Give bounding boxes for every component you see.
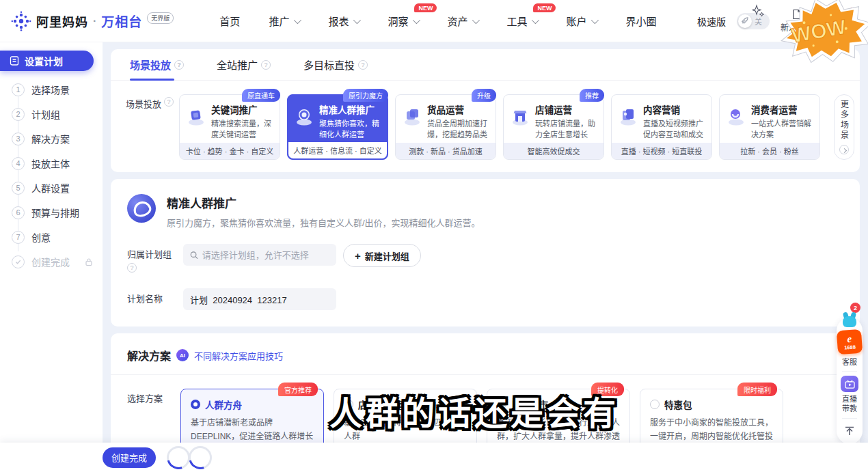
scene-card-audience[interactable]: 原引力魔方 精准人群推广聚焦猜你喜欢，精细化人群运营 人群运营 · 信息流 · … [287,94,388,160]
scene-card-content[interactable]: 内容营销直播及短视频推广促内容互动和成交 直播 · 短视频 · 短直联投 [611,94,712,160]
message-center-button[interactable]: 消息中心 [824,9,857,33]
scene-panel: 场景投放? 全站推广? 多目标直投? 场景投放? 原直通车 关键词推广精准搜索流… [111,49,860,172]
plan-group-input[interactable] [202,250,329,260]
nav-item-promotion[interactable]: 推广 [254,8,314,33]
video-subtitle-overlay: 人群的话还是会有 [329,387,619,434]
rocket-icon [741,17,748,25]
divider [842,418,857,419]
chevron-down-icon [353,16,361,23]
mail-icon [835,9,846,20]
step-solution[interactable]: 3解决方案 [12,131,103,146]
brand-separator: · [93,15,96,27]
solution-tips-link[interactable]: 不同解决方案应用技巧 [194,349,283,362]
tab-sitewide[interactable]: 全站推广? [217,49,271,80]
live-teaching-label[interactable]: 直播带教 [841,394,858,414]
navbar-right: 极速版 关 新人手册 消息中心 [697,9,857,33]
limited-benefit-badge: 限时福利 [737,383,777,396]
step-complete: 创建完成 [12,254,103,269]
help-icon[interactable]: ? [261,60,271,70]
nav-item-assets[interactable]: 资产 [433,8,492,33]
brand-name: 阿里妈妈 [36,12,88,30]
scene-icon [293,105,315,127]
nav-item-tools[interactable]: 工具NEW [492,8,552,33]
scene-card-goods[interactable]: 升级 货品运营货品全周期加速打爆，挖掘趋势品类 测款 · 新品 · 货品加速 [395,94,496,160]
step-budget[interactable]: 6预算与排期 [12,205,103,220]
plan-name-input[interactable] [190,294,329,305]
scene-tags: 拉新 · 会员 · 粉丝 [720,143,819,159]
floating-helper-bar: 2 e 1688 客服 直播带教 [837,318,863,444]
plan-group-label: 归属计划组 ? [127,244,183,273]
newbie-manual-button[interactable]: 新人手册 [781,9,813,33]
step-audience[interactable]: 5人群设置 [12,180,103,195]
message-count-badge: 2 [850,303,860,313]
more-scenes-button[interactable]: 更多场景 [834,94,854,160]
bottom-action-bar: 创建完成 [0,443,868,472]
lock-icon [85,258,93,266]
alimama-logo-icon [11,11,31,31]
live-teaching-button[interactable] [841,376,858,392]
help-icon[interactable]: ? [358,60,368,70]
plan-name-box[interactable] [183,288,336,310]
help-icon[interactable]: ? [164,97,174,107]
ai-icon: AI [176,349,189,361]
scene-badge: 原直通车 [242,89,280,102]
help-icon[interactable]: ? [127,263,137,273]
scene-card-keyword[interactable]: 原直通车 关键词推广精准搜索流量，深度关键词运营 卡位 · 趋势 · 金卡 · … [179,94,280,160]
scene-icon [401,105,423,127]
chevron-down-icon [413,16,420,23]
search-icon [190,251,198,260]
toggle-knob [738,14,752,28]
new-plan-group-button[interactable]: + 新建计划组 [343,244,421,267]
sidebar-header-setup-plan[interactable]: 设置计划 [0,51,94,71]
arrow-up-icon [844,426,855,436]
plus-icon: + [355,250,361,262]
edition-badge: 无界版 [147,12,174,24]
scene-icon [617,105,639,127]
step-target[interactable]: 4投放主体 [12,156,103,171]
brand-logo[interactable]: 阿里妈妈 · 万相台 无界版 [11,11,174,31]
scene-card-consumer[interactable]: 消费者运营一站式人群营销解决方案 拉新 · 会员 · 粉丝 [719,94,820,160]
plan-group-row: 归属计划组 ? + 新建计划组 [127,244,843,273]
scene-select-row: 场景投放? 原直通车 关键词推广精准搜索流量，深度关键词运营 卡位 · 趋势 ·… [111,81,860,172]
step-plan-group[interactable]: 2计划组 [12,107,103,122]
plan-group-select[interactable] [183,244,336,266]
product-name: 万相台 [101,12,142,30]
nav-item-home[interactable]: 首页 [205,8,254,33]
nav-item-jiexiaoquan[interactable]: 界小圈 [611,8,670,33]
top-navbar: 阿里妈妈 · 万相台 无界版 首页 推广 报表 洞察NEW 资产 工具NEW 账… [0,0,868,42]
scene-badge: 推荐 [580,89,604,102]
help-icon[interactable]: ? [174,60,184,70]
document-icon [791,9,802,20]
customer-service-label[interactable]: 客服 [842,356,857,367]
detail-desc: 原引力魔方，聚焦猜你喜欢流量，独有自定义人群/出价，实现精细化人群运营。 [167,216,480,229]
plan-detail-panel: 精准人群推广 原引力魔方，聚焦猜你喜欢流量，独有自定义人群/出价，实现精细化人群… [111,179,860,327]
scene-icon [509,105,531,127]
radio-unselected[interactable] [650,400,660,409]
step-creative[interactable]: 7创意 [12,230,103,245]
nav-item-insight[interactable]: 洞察NEW [373,8,433,33]
tab-multi-goal[interactable]: 多目标直投? [303,49,368,80]
nav-item-account[interactable]: 账户 [552,8,611,33]
step-select-scene[interactable]: 1选择场景 [12,82,103,97]
chevron-down-icon [591,16,599,23]
alibaba-e-logo: e [847,334,852,344]
mode-tabs: 场景投放? 全站推广? 多目标直投? [111,49,860,81]
scene-card-shop[interactable]: 推荐 店铺运营玩转店铺流量，助力全店生意增长 智能高效促成交 [503,94,604,160]
audience-promo-icon [127,194,156,223]
scene-tags: 卡位 · 趋势 · 金卡 · 自定义 [180,143,280,159]
tab-scene-launch[interactable]: 场景投放? [130,49,184,80]
create-complete-button[interactable]: 创建完成 [103,447,156,468]
scene-icon [725,105,747,127]
chevron-down-icon [472,16,480,23]
chevron-right-circle-icon [839,145,849,154]
brand-1688-service-button[interactable]: e 1688 [837,329,863,355]
back-to-top-button[interactable] [844,426,855,439]
nav-item-reports[interactable]: 报表 [314,8,373,33]
chevron-down-icon [532,16,539,23]
main-menu: 首页 推广 报表 洞察NEW 资产 工具NEW 账户 界小圈 [205,8,670,33]
plan-name-row: 计划名称 [127,288,843,310]
mascot-icon[interactable]: 2 [841,314,858,329]
radio-selected[interactable] [191,400,200,409]
progress-ring [167,446,190,469]
scene-badge: 升级 [472,89,496,102]
